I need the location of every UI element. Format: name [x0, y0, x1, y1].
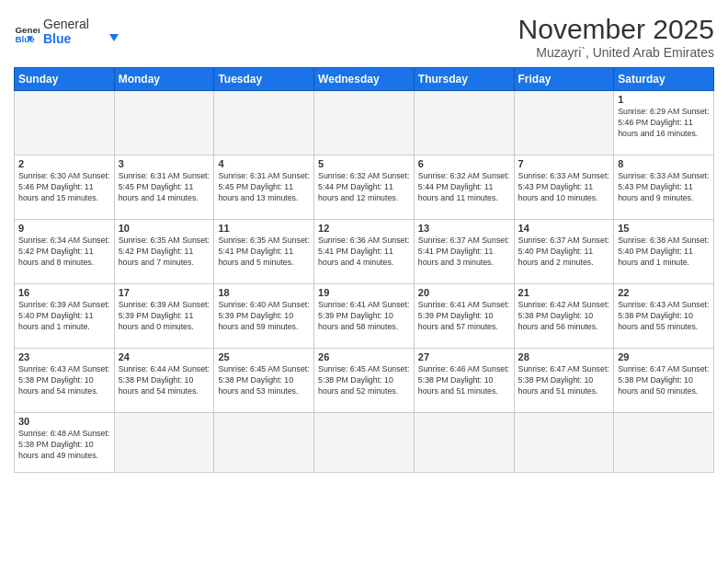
table-row	[514, 413, 614, 473]
day-info: Sunrise: 6:33 AM Sunset: 5:43 PM Dayligh…	[518, 171, 610, 204]
table-row: 29Sunrise: 6:47 AM Sunset: 5:38 PM Dayli…	[614, 349, 714, 413]
day-number: 16	[18, 287, 110, 298]
day-info: Sunrise: 6:32 AM Sunset: 5:44 PM Dayligh…	[418, 171, 510, 204]
day-info: Sunrise: 6:42 AM Sunset: 5:38 PM Dayligh…	[518, 300, 610, 333]
table-row: 2Sunrise: 6:30 AM Sunset: 5:46 PM Daylig…	[15, 155, 115, 220]
table-row: 16Sunrise: 6:39 AM Sunset: 5:40 PM Dayli…	[15, 284, 115, 349]
day-info: Sunrise: 6:44 AM Sunset: 5:38 PM Dayligh…	[119, 364, 210, 397]
table-row: 26Sunrise: 6:45 AM Sunset: 5:38 PM Dayli…	[314, 349, 415, 413]
svg-marker-5	[109, 34, 119, 41]
day-number: 23	[18, 351, 110, 362]
table-row	[314, 413, 415, 473]
table-row: 9Sunrise: 6:34 AM Sunset: 5:42 PM Daylig…	[15, 220, 115, 284]
day-info: Sunrise: 6:41 AM Sunset: 5:39 PM Dayligh…	[418, 300, 510, 333]
table-row: 8Sunrise: 6:33 AM Sunset: 5:43 PM Daylig…	[614, 155, 714, 220]
table-row: 22Sunrise: 6:43 AM Sunset: 5:38 PM Dayli…	[614, 284, 714, 349]
table-row: 18Sunrise: 6:40 AM Sunset: 5:39 PM Dayli…	[214, 284, 314, 349]
table-row: 27Sunrise: 6:46 AM Sunset: 5:38 PM Dayli…	[414, 349, 514, 413]
day-number: 25	[218, 351, 310, 362]
day-info: Sunrise: 6:36 AM Sunset: 5:41 PM Dayligh…	[318, 236, 410, 269]
day-number: 18	[218, 287, 310, 298]
table-row: 20Sunrise: 6:41 AM Sunset: 5:39 PM Dayli…	[414, 284, 514, 349]
table-row	[614, 413, 714, 473]
table-row: 1Sunrise: 6:29 AM Sunset: 5:46 PM Daylig…	[614, 91, 714, 155]
day-info: Sunrise: 6:38 AM Sunset: 5:40 PM Dayligh…	[618, 236, 710, 269]
header-thursday: Thursday	[414, 68, 514, 91]
day-number: 9	[18, 223, 110, 234]
day-number: 29	[618, 351, 710, 362]
day-info: Sunrise: 6:41 AM Sunset: 5:39 PM Dayligh…	[318, 300, 410, 333]
header: General Blue General Blue November 2025 …	[14, 14, 714, 60]
svg-text:General: General	[43, 17, 89, 31]
day-number: 11	[218, 223, 310, 234]
logo-icon: General Blue	[14, 19, 40, 45]
day-number: 4	[218, 158, 310, 169]
day-number: 5	[318, 158, 410, 169]
day-number: 6	[418, 158, 510, 169]
day-number: 12	[318, 223, 410, 234]
day-number: 10	[119, 223, 210, 234]
table-row	[314, 91, 415, 155]
table-row: 13Sunrise: 6:37 AM Sunset: 5:41 PM Dayli…	[414, 220, 514, 284]
table-row: 19Sunrise: 6:41 AM Sunset: 5:39 PM Dayli…	[314, 284, 415, 349]
header-friday: Friday	[514, 68, 614, 91]
svg-text:Blue: Blue	[43, 31, 72, 46]
day-info: Sunrise: 6:43 AM Sunset: 5:38 PM Dayligh…	[18, 364, 110, 397]
table-row: 28Sunrise: 6:47 AM Sunset: 5:38 PM Dayli…	[514, 349, 614, 413]
header-saturday: Saturday	[614, 68, 714, 91]
day-info: Sunrise: 6:45 AM Sunset: 5:38 PM Dayligh…	[318, 364, 410, 397]
table-row	[114, 91, 214, 155]
day-info: Sunrise: 6:47 AM Sunset: 5:38 PM Dayligh…	[518, 364, 610, 397]
day-info: Sunrise: 6:45 AM Sunset: 5:38 PM Dayligh…	[218, 364, 310, 397]
day-info: Sunrise: 6:31 AM Sunset: 5:45 PM Dayligh…	[119, 171, 210, 204]
day-number: 30	[18, 416, 110, 427]
table-row: 15Sunrise: 6:38 AM Sunset: 5:40 PM Dayli…	[614, 220, 714, 284]
table-row	[514, 91, 614, 155]
month-title: November 2025	[518, 14, 714, 45]
table-row: 3Sunrise: 6:31 AM Sunset: 5:45 PM Daylig…	[114, 155, 214, 220]
day-info: Sunrise: 6:29 AM Sunset: 5:46 PM Dayligh…	[618, 107, 710, 140]
table-row: 17Sunrise: 6:39 AM Sunset: 5:39 PM Dayli…	[114, 284, 214, 349]
day-number: 20	[418, 287, 510, 298]
table-row: 24Sunrise: 6:44 AM Sunset: 5:38 PM Dayli…	[114, 349, 214, 413]
svg-text:Blue: Blue	[15, 34, 35, 44]
day-info: Sunrise: 6:33 AM Sunset: 5:43 PM Dayligh…	[618, 171, 710, 204]
day-info: Sunrise: 6:37 AM Sunset: 5:41 PM Dayligh…	[418, 236, 510, 269]
table-row: 5Sunrise: 6:32 AM Sunset: 5:44 PM Daylig…	[314, 155, 415, 220]
day-info: Sunrise: 6:35 AM Sunset: 5:42 PM Dayligh…	[119, 236, 210, 269]
day-info: Sunrise: 6:31 AM Sunset: 5:45 PM Dayligh…	[218, 171, 310, 204]
day-info: Sunrise: 6:47 AM Sunset: 5:38 PM Dayligh…	[618, 364, 710, 397]
table-row	[214, 413, 314, 473]
day-info: Sunrise: 6:46 AM Sunset: 5:38 PM Dayligh…	[418, 364, 510, 397]
table-row: 14Sunrise: 6:37 AM Sunset: 5:40 PM Dayli…	[514, 220, 614, 284]
table-row: 25Sunrise: 6:45 AM Sunset: 5:38 PM Dayli…	[214, 349, 314, 413]
table-row: 21Sunrise: 6:42 AM Sunset: 5:38 PM Dayli…	[514, 284, 614, 349]
day-info: Sunrise: 6:40 AM Sunset: 5:39 PM Dayligh…	[218, 300, 310, 333]
day-info: Sunrise: 6:35 AM Sunset: 5:41 PM Dayligh…	[218, 236, 310, 269]
page: General Blue General Blue November 2025 …	[0, 0, 728, 563]
day-number: 27	[418, 351, 510, 362]
table-row	[15, 91, 115, 155]
day-number: 15	[618, 223, 710, 234]
calendar: Sunday Monday Tuesday Wednesday Thursday…	[14, 67, 714, 473]
day-number: 24	[119, 351, 210, 362]
table-row: 7Sunrise: 6:33 AM Sunset: 5:43 PM Daylig…	[514, 155, 614, 220]
day-number: 1	[618, 94, 710, 105]
table-row	[214, 91, 314, 155]
day-number: 7	[518, 158, 610, 169]
table-row: 23Sunrise: 6:43 AM Sunset: 5:38 PM Dayli…	[15, 349, 115, 413]
table-row	[414, 91, 514, 155]
day-info: Sunrise: 6:30 AM Sunset: 5:46 PM Dayligh…	[18, 171, 110, 204]
table-row: 12Sunrise: 6:36 AM Sunset: 5:41 PM Dayli…	[314, 220, 415, 284]
day-info: Sunrise: 6:39 AM Sunset: 5:40 PM Dayligh…	[18, 300, 110, 333]
header-monday: Monday	[114, 68, 214, 91]
header-sunday: Sunday	[15, 68, 115, 91]
table-row: 11Sunrise: 6:35 AM Sunset: 5:41 PM Dayli…	[214, 220, 314, 284]
header-tuesday: Tuesday	[214, 68, 314, 91]
table-row	[414, 413, 514, 473]
day-number: 2	[18, 158, 110, 169]
day-info: Sunrise: 6:32 AM Sunset: 5:44 PM Dayligh…	[318, 171, 410, 204]
day-number: 19	[318, 287, 410, 298]
table-row: 30Sunrise: 6:48 AM Sunset: 5:38 PM Dayli…	[15, 413, 115, 473]
day-number: 22	[618, 287, 710, 298]
